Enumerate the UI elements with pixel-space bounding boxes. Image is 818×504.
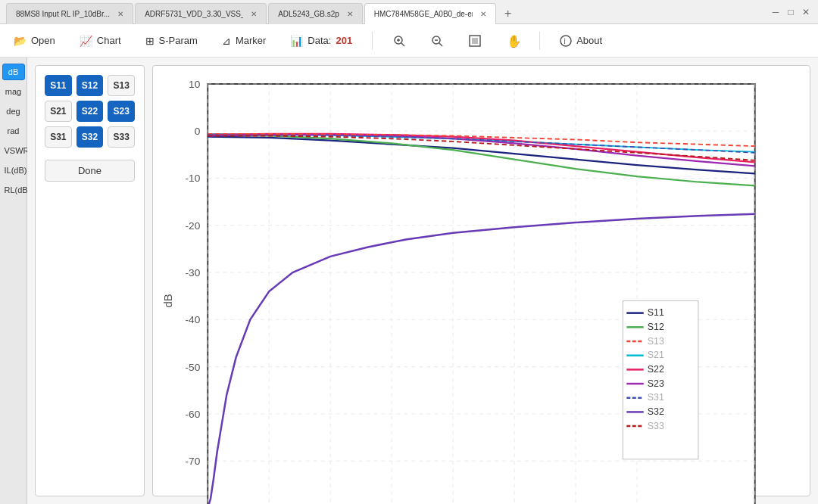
sidebar-item-ildB[interactable]: IL(dB) bbox=[2, 162, 25, 179]
tabs-area: 88MS8 Input RL IP_10dBr... ✕ ADRF5731_VD… bbox=[6, 0, 770, 24]
sparam-s23[interactable]: S23 bbox=[108, 101, 135, 122]
tab-2-close[interactable]: ✕ bbox=[251, 10, 257, 18]
svg-text:-70: -70 bbox=[186, 456, 201, 467]
about-label: About bbox=[576, 35, 602, 46]
sparam-s22[interactable]: S22 bbox=[76, 101, 104, 122]
toolbar-separator bbox=[372, 32, 373, 50]
sparam-s11[interactable]: S11 bbox=[45, 75, 72, 96]
sparam-icon: ⊞ bbox=[145, 35, 155, 47]
svg-text:S11: S11 bbox=[648, 307, 664, 318]
sidebar: dB mag deg rad VSWR IL(dB) RL(dB) bbox=[0, 58, 27, 504]
zoom-in-icon bbox=[392, 34, 406, 48]
sidebar-item-rldB[interactable]: RL(dB) bbox=[2, 182, 25, 198]
sidebar-item-dB[interactable]: dB bbox=[2, 64, 25, 80]
tab-3[interactable]: ADL5243_GB.s2p ✕ bbox=[268, 3, 363, 24]
svg-text:✋: ✋ bbox=[507, 34, 520, 48]
toolbar: 📂 Open 📈 Chart ⊞ S-Param ⊿ Marker 📊 Data… bbox=[0, 24, 818, 58]
sparam-s21[interactable]: S21 bbox=[45, 101, 72, 122]
svg-text:-60: -60 bbox=[186, 409, 201, 420]
svg-text:-20: -20 bbox=[186, 220, 201, 232]
sparam-s13[interactable]: S13 bbox=[108, 75, 135, 96]
marker-icon: ⊿ bbox=[222, 35, 231, 47]
sparam-row-2: S21 S22 S23 bbox=[45, 101, 135, 122]
sparam-s33[interactable]: S33 bbox=[108, 126, 135, 148]
data-count: 201 bbox=[336, 35, 352, 46]
svg-text:S32: S32 bbox=[648, 406, 664, 417]
tab-1-label: 88MS8 Input RL IP_10dBr... bbox=[16, 10, 110, 18]
maximize-button[interactable]: □ bbox=[785, 6, 797, 18]
tab-2-label: ADRF5731_VDD_3.30_VSS_-3.3(... bbox=[145, 10, 243, 18]
window-controls: ─ □ ✕ bbox=[770, 6, 812, 18]
tab-4-close[interactable]: ✕ bbox=[480, 10, 486, 18]
tab-4-label: HMC784M58GE_A0B0_de-emb... bbox=[374, 10, 473, 18]
sparam-s32[interactable]: S32 bbox=[76, 126, 104, 148]
sparam-label: S-Param bbox=[159, 35, 198, 46]
data-button[interactable]: 📊 Data: 201 bbox=[286, 32, 357, 50]
sparam-row-1: S11 S12 S13 bbox=[45, 75, 135, 96]
svg-text:S23: S23 bbox=[648, 378, 664, 389]
svg-text:-40: -40 bbox=[186, 314, 201, 325]
svg-text:0: 0 bbox=[195, 126, 201, 137]
marker-label: Marker bbox=[236, 35, 266, 46]
new-tab-button[interactable]: + bbox=[498, 3, 519, 24]
zoom-out-button[interactable] bbox=[426, 31, 448, 51]
sidebar-item-rad[interactable]: rad bbox=[2, 123, 25, 139]
tab-2[interactable]: ADRF5731_VDD_3.30_VSS_-3.3(... ✕ bbox=[135, 3, 267, 24]
svg-text:S22: S22 bbox=[648, 364, 664, 375]
tab-1-close[interactable]: ✕ bbox=[117, 10, 123, 18]
tab-1[interactable]: 88MS8 Input RL IP_10dBr... ✕ bbox=[6, 3, 133, 24]
info-icon: i bbox=[560, 35, 572, 47]
sparam-grid: S11 S12 S13 S21 S22 S23 S31 S32 S33 bbox=[45, 75, 135, 148]
reset-view-button[interactable] bbox=[464, 31, 486, 51]
sparam-row-3: S31 S32 S33 bbox=[45, 126, 135, 148]
reset-icon bbox=[468, 34, 482, 48]
chart-area: 10 0 -10 -20 -30 -40 -50 -60 -70 -80 dB … bbox=[161, 73, 802, 504]
toolbar-separator-2 bbox=[539, 32, 540, 50]
svg-text:S21: S21 bbox=[648, 350, 664, 360]
minimize-button[interactable]: ─ bbox=[770, 6, 782, 18]
main-area: dB mag deg rad VSWR IL(dB) RL(dB) S11 S1… bbox=[0, 58, 818, 504]
titlebar: 88MS8 Input RL IP_10dBr... ✕ ADRF5731_VD… bbox=[0, 0, 818, 24]
sparam-s31[interactable]: S31 bbox=[45, 126, 72, 148]
svg-text:S31: S31 bbox=[648, 392, 664, 403]
open-label: Open bbox=[31, 35, 55, 46]
svg-text:S12: S12 bbox=[648, 322, 664, 332]
tab-4[interactable]: HMC784M58GE_A0B0_de-emb... ✕ bbox=[364, 3, 496, 24]
svg-line-5 bbox=[439, 43, 442, 46]
svg-text:S33: S33 bbox=[648, 421, 664, 431]
pan-icon: ✋ bbox=[506, 34, 520, 48]
svg-text:10: 10 bbox=[189, 79, 201, 90]
tab-3-label: ADL5243_GB.s2p bbox=[278, 10, 339, 18]
sidebar-item-mag[interactable]: mag bbox=[2, 83, 25, 100]
svg-text:dB: dB bbox=[161, 294, 174, 307]
svg-text:-30: -30 bbox=[186, 267, 201, 278]
chart-button[interactable]: 📈 Chart bbox=[75, 32, 126, 50]
chart-container: 10 0 -10 -20 -30 -40 -50 -60 -70 -80 dB … bbox=[152, 65, 810, 496]
chart-icon: 📈 bbox=[80, 35, 92, 47]
sidebar-item-deg[interactable]: deg bbox=[2, 103, 25, 120]
svg-line-1 bbox=[401, 43, 404, 46]
pan-button[interactable]: ✋ bbox=[501, 31, 524, 51]
zoom-in-button[interactable] bbox=[388, 31, 411, 51]
sidebar-item-vswr[interactable]: VSWR bbox=[2, 142, 25, 159]
svg-rect-8 bbox=[472, 38, 478, 44]
open-button[interactable]: 📂 Open bbox=[9, 32, 60, 50]
done-button[interactable]: Done bbox=[45, 160, 135, 182]
svg-text:S13: S13 bbox=[648, 336, 664, 347]
svg-text:-10: -10 bbox=[186, 173, 201, 184]
sparam-s12[interactable]: S12 bbox=[76, 75, 104, 96]
data-label: Data: bbox=[308, 35, 331, 46]
marker-button[interactable]: ⊿ Marker bbox=[217, 32, 270, 50]
open-icon: 📂 bbox=[14, 35, 27, 47]
sparam-panel: S11 S12 S13 S21 S22 S23 S31 S32 S33 Done bbox=[35, 65, 145, 496]
about-button[interactable]: i About bbox=[555, 32, 607, 50]
content-area: S11 S12 S13 S21 S22 S23 S31 S32 S33 Done bbox=[27, 58, 818, 504]
sparam-button[interactable]: ⊞ S-Param bbox=[141, 32, 202, 50]
tab-3-close[interactable]: ✕ bbox=[347, 10, 353, 18]
close-button[interactable]: ✕ bbox=[800, 6, 812, 18]
svg-point-10 bbox=[560, 36, 571, 46]
zoom-out-icon bbox=[430, 34, 444, 48]
svg-text:-50: -50 bbox=[186, 362, 201, 373]
data-icon: 📊 bbox=[290, 35, 303, 47]
chart-svg: 10 0 -10 -20 -30 -40 -50 -60 -70 -80 dB … bbox=[161, 73, 802, 504]
